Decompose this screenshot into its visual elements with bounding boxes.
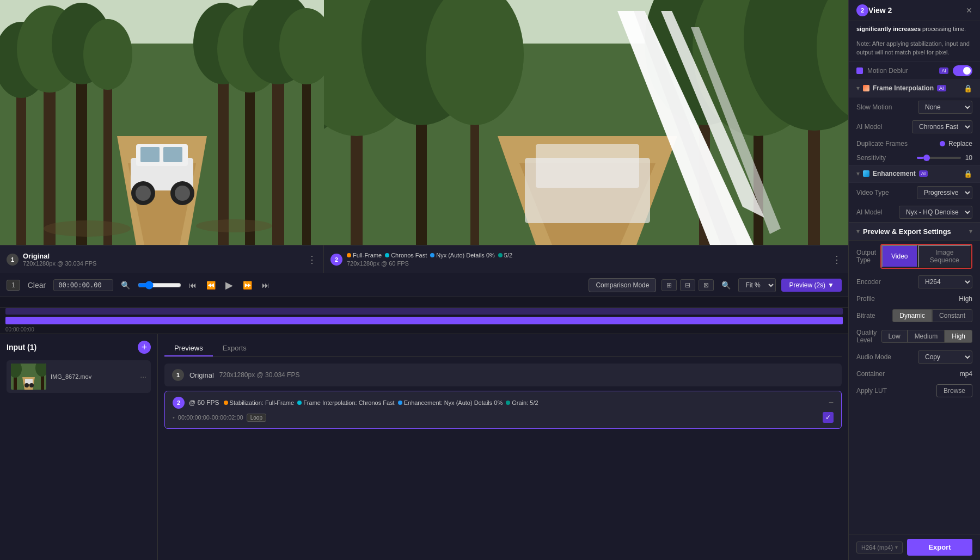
encoder-label: Encoder xyxy=(856,278,914,286)
bitrate-dynamic-button[interactable]: Dynamic xyxy=(892,309,932,322)
export-button[interactable]: Export xyxy=(907,539,972,556)
svg-point-15 xyxy=(83,19,132,90)
timeline-track-bg xyxy=(5,308,843,315)
view2-close-button[interactable]: ✕ xyxy=(966,6,972,15)
split-view-button[interactable]: ⊟ xyxy=(680,279,695,291)
tab-exports[interactable]: Exports xyxy=(213,341,256,356)
time-input[interactable] xyxy=(53,279,113,291)
tab-image-sequence[interactable]: Image Sequence xyxy=(918,245,971,268)
row-2-time-range: 00:00:00:00-00:00:02:00 xyxy=(178,414,243,421)
svg-point-29 xyxy=(196,219,272,232)
input-sidebar: Input (1) + xyxy=(0,334,158,560)
enhancement-header[interactable]: ▾ Enhancement AI 🔒 xyxy=(849,165,980,183)
file-name: IMG_8672.mov xyxy=(51,373,91,380)
file-thumbnail[interactable]: IMG_8672.mov ··· xyxy=(7,360,151,393)
view2-title: View 2 xyxy=(868,6,892,15)
row-2-expand-button[interactable]: − xyxy=(829,398,834,408)
video-type-select[interactable]: Progressive xyxy=(917,186,972,199)
svg-point-27 xyxy=(175,186,190,201)
video-info-left: 1 Original 720x1280px @ 30.034 FPS ⋮ xyxy=(0,245,324,273)
video-title-left: Original xyxy=(23,252,96,260)
fi-icon xyxy=(863,85,869,91)
right-panel: 2 View 2 ✕ significantly increases proce… xyxy=(848,0,980,560)
preview-export-header[interactable]: ▾ Preview & Export Settings ▾ xyxy=(849,223,980,241)
warning-note: Note: After applying stabilization, inpu… xyxy=(849,37,980,61)
enh-model-select[interactable]: Nyx - HQ Denoise xyxy=(899,206,972,219)
quality-medium-button[interactable]: Medium xyxy=(908,330,945,343)
video-preview-right xyxy=(324,0,848,245)
badge-chronos: Chronos Fast xyxy=(385,252,427,259)
motion-deblur-toggle[interactable] xyxy=(953,65,972,76)
badge-grain-row: Grain: 5/2 xyxy=(506,399,538,406)
row-2-fps: @ 60 FPS xyxy=(189,399,219,407)
svg-rect-22 xyxy=(140,147,160,162)
format-label: H264 (mp4) xyxy=(861,544,893,551)
row-2-badges: Stabilization: Full-Frame Frame Interpol… xyxy=(224,399,538,406)
dot-orange xyxy=(347,253,351,257)
bitrate-toggle-group: Dynamic Constant xyxy=(892,309,972,322)
fi-model-select[interactable]: Chronos Fast xyxy=(912,120,972,133)
sensitivity-slider-thumb[interactable] xyxy=(923,155,930,161)
file-thumbnail-image xyxy=(11,364,46,390)
skip-end-button[interactable]: ⏭ xyxy=(260,279,272,292)
bitrate-constant-button[interactable]: Constant xyxy=(932,309,972,322)
dot-fi xyxy=(297,401,302,405)
quality-high-button[interactable]: High xyxy=(945,330,972,343)
format-display: H264 (mp4) ▾ xyxy=(856,541,903,553)
badge-grain: 5/2 xyxy=(498,252,512,259)
slow-motion-row: Slow Motion None xyxy=(849,97,980,117)
file-more-icon[interactable]: ··· xyxy=(140,372,146,381)
badge-nyx: Nyx (Auto) Details 0% xyxy=(430,252,495,259)
enh-ai-badge: AI xyxy=(919,170,928,177)
video-right-more-button[interactable]: ⋮ xyxy=(832,254,842,266)
timeline[interactable]: 00:00:00:00 xyxy=(0,297,848,334)
magnify-button[interactable]: 🔍 xyxy=(719,279,733,292)
encoder-select[interactable]: H264 xyxy=(918,275,972,288)
comparison-mode-button[interactable]: Comparison Mode xyxy=(589,278,656,292)
skip-back-button[interactable]: ⏪ xyxy=(204,279,218,292)
output-type-label: Output Type xyxy=(856,249,876,264)
row-1-title: Original xyxy=(189,371,214,379)
enh-model-row: AI Model Nyx - HQ Denoise xyxy=(849,202,980,222)
zoom-button[interactable]: 🔍 xyxy=(119,279,132,292)
grid-view-button[interactable]: ⊞ xyxy=(661,279,677,291)
quality-low-button[interactable]: Low xyxy=(881,330,908,343)
fi-model-label: AI Model xyxy=(856,123,908,131)
tab-video[interactable]: Video xyxy=(881,245,917,268)
fi-chevron-icon: ▾ xyxy=(856,84,860,92)
frame-interpolation-header[interactable]: ▾ Frame Interpolation AI 🔒 xyxy=(849,80,980,97)
browse-button[interactable]: Browse xyxy=(936,384,972,397)
tab-bar: Previews Exports xyxy=(164,341,842,357)
thumb-scene-icon xyxy=(11,364,46,390)
row-2-sub: • 00:00:00:00-00:00:02:00 Loop ✓ xyxy=(173,412,834,423)
play-button[interactable]: ▶ xyxy=(223,277,235,293)
tab-previews[interactable]: Previews xyxy=(164,341,213,356)
profile-value: High xyxy=(959,295,972,303)
badge-enhancement: Enhancement: Nyx (Auto) Details 0% xyxy=(398,399,503,406)
pxe-collapse-icon: ▾ xyxy=(969,227,972,235)
enh-lock-icon: 🔒 xyxy=(964,170,972,178)
skip-start-button[interactable]: ⏮ xyxy=(187,279,199,292)
compare-view-button[interactable]: ⊠ xyxy=(699,279,714,291)
dot-enh xyxy=(398,401,402,405)
zoom-slider[interactable] xyxy=(138,281,181,290)
video-left-more-button[interactable]: ⋮ xyxy=(307,254,317,266)
timeline-track-main[interactable] xyxy=(5,317,843,324)
warning-bold-text: significantly increases xyxy=(856,26,921,32)
add-input-button[interactable]: + xyxy=(138,341,151,354)
clear-button[interactable]: Clear xyxy=(26,279,48,292)
svg-point-63 xyxy=(24,383,29,387)
dot-grain xyxy=(506,401,510,405)
video-badges-right: Full-Frame Chronos Fast Nyx (Auto) Detai… xyxy=(347,252,512,259)
skip-forward-button[interactable]: ⏩ xyxy=(241,279,254,292)
audio-mode-select[interactable]: Copy xyxy=(918,350,972,364)
fit-select[interactable]: Fit % 50% 100% xyxy=(738,278,776,292)
fi-ai-badge: AI xyxy=(937,85,946,91)
format-chevron-icon: ▾ xyxy=(895,544,898,550)
badge-stabilization: Stabilization: Full-Frame xyxy=(224,399,295,406)
video-preview-left xyxy=(0,0,324,245)
preview-button[interactable]: Preview (2s) ▼ xyxy=(781,279,842,292)
slow-motion-select[interactable]: None xyxy=(918,101,972,114)
svg-point-28 xyxy=(44,220,131,237)
sensitivity-label: Sensitivity xyxy=(856,154,912,162)
